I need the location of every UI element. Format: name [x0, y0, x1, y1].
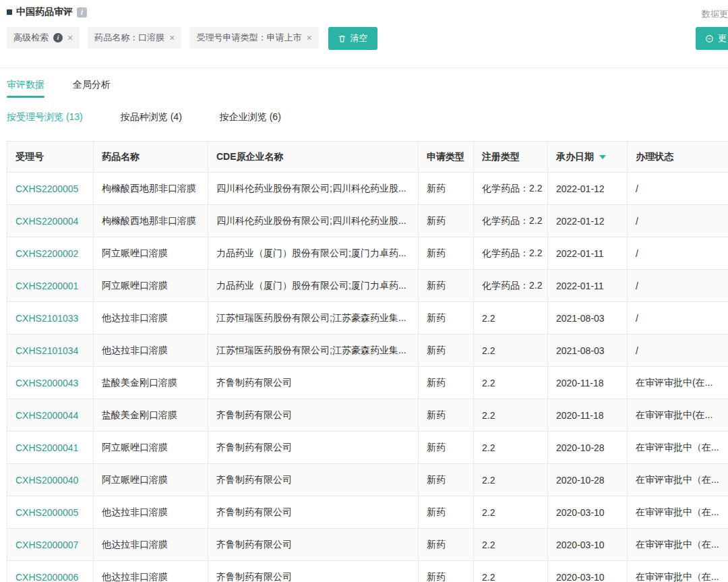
filter-tag: 高级检索i× [7, 27, 80, 49]
table-row: CXHS2200004枸橼酸西地那非口溶膜四川科伦药业股份有限公司;四川科伦药业… [7, 205, 728, 237]
acceptance-number-link[interactable]: CXHS2200001 [7, 270, 94, 302]
cell-drug-name: 他达拉非口溶膜 [94, 496, 208, 529]
cell-undertake-date: 2020-10-28 [548, 432, 628, 464]
cell-undertake-date: 2022-01-12 [548, 173, 628, 205]
acceptance-number-link[interactable]: CXHS2101034 [7, 334, 94, 367]
cell-registration-type: 化学药品：2.2 [474, 173, 548, 205]
column-header-label: 申请类型 [427, 151, 464, 162]
cell-drug-name: 盐酸美金刚口溶膜 [94, 399, 208, 432]
cell-registration-type: 2.2 [474, 561, 548, 582]
subtab-by-company[interactable]: 按企业浏览 (6) [220, 111, 281, 123]
cell-application-type: 新药 [419, 205, 474, 237]
data-update-text: 数据更 [702, 8, 728, 20]
cell-application-type: 新药 [419, 367, 474, 399]
acceptance-number-link[interactable]: CXHS2200002 [7, 237, 94, 270]
column-header-drug-name[interactable]: 药品名称 [94, 142, 208, 173]
cell-handling-status: 在审评审批中（在... [628, 432, 728, 464]
cell-drug-name: 阿立哌唑口溶膜 [94, 237, 208, 270]
filter-tags: 高级检索i×药品名称：口溶膜×受理号申请类型：申请上市× [7, 27, 319, 49]
cell-undertake-date: 2021-08-03 [548, 302, 628, 334]
filter-tag: 受理号申请类型：申请上市× [189, 27, 318, 49]
cell-registration-type: 2.2 [474, 529, 548, 561]
acceptance-number-link[interactable]: CXHS2200004 [7, 205, 94, 237]
view-subtabs: 按受理号浏览 (13)按品种浏览 (4)按企业浏览 (6) [0, 98, 728, 123]
clear-filters-button[interactable]: 清空 [328, 27, 377, 50]
cell-undertake-date: 2020-10-28 [548, 464, 628, 496]
cell-undertake-date: 2020-03-10 [548, 561, 628, 582]
table-row: CXHS2200005枸橼酸西地那非口溶膜四川科伦药业股份有限公司;四川科伦药业… [7, 173, 728, 205]
tab-global-analysis[interactable]: 全局分析 [73, 79, 111, 98]
cell-registration-type: 化学药品：2.2 [474, 237, 548, 270]
cell-cde-company-name: 江苏恒瑞医药股份有限公司;江苏豪森药业集... [208, 334, 419, 367]
table-row: CXHS2000041阿立哌唑口溶膜齐鲁制药有限公司新药2.22020-10-2… [7, 432, 728, 464]
acceptance-number-link[interactable]: CXHS2101033 [7, 302, 94, 334]
acceptance-number-link[interactable]: CXHS2000007 [7, 529, 94, 561]
column-header-registration-type[interactable]: 注册类型 [474, 142, 548, 173]
results-table: 受理号药品名称CDE原企业名称申请类型注册类型承办日期办理状态 CXHS2200… [7, 141, 728, 582]
cell-handling-status: / [628, 237, 728, 270]
acceptance-number-link[interactable]: CXHS2000044 [7, 399, 94, 432]
cell-registration-type: 化学药品：2.2 [474, 270, 548, 302]
cell-application-type: 新药 [419, 432, 474, 464]
cell-cde-company-name: 齐鲁制药有限公司 [208, 399, 419, 432]
close-icon[interactable]: × [67, 33, 73, 42]
cell-undertake-date: 2022-01-11 [548, 237, 628, 270]
tab-label: 审评数据 [7, 79, 44, 90]
subtab-by-acceptance-number[interactable]: 按受理号浏览 (13) [7, 111, 83, 123]
cell-handling-status: 在审评审批中(在... [628, 367, 728, 399]
cell-application-type: 新药 [419, 496, 474, 529]
cell-cde-company-name: 齐鲁制药有限公司 [208, 432, 419, 464]
acceptance-number-link[interactable]: CXHS2000006 [7, 561, 94, 582]
info-icon[interactable]: i [53, 33, 63, 42]
column-header-application-type[interactable]: 申请类型 [419, 142, 474, 173]
cell-application-type: 新药 [419, 334, 474, 367]
acceptance-number-link[interactable]: CXHS2200005 [7, 173, 94, 205]
column-header-undertake-date[interactable]: 承办日期 [548, 142, 628, 173]
cell-undertake-date: 2022-01-12 [548, 205, 628, 237]
cell-drug-name: 他达拉非口溶膜 [94, 529, 208, 561]
cell-drug-name: 阿立哌唑口溶膜 [94, 432, 208, 464]
cell-cde-company-name: 力品药业（厦门）股份有限公司;厦门力卓药... [208, 237, 419, 270]
title-info-icon[interactable]: i [77, 7, 87, 18]
column-header-acceptance-no[interactable]: 受理号 [7, 142, 94, 173]
tab-underline [7, 96, 44, 98]
acceptance-number-link[interactable]: CXHS2000005 [7, 496, 94, 529]
close-icon[interactable]: × [169, 33, 175, 42]
trash-icon [338, 34, 346, 43]
cell-registration-type: 2.2 [474, 367, 548, 399]
subtab-by-variety[interactable]: 按品种浏览 (4) [121, 111, 182, 123]
more-button[interactable]: 更 [696, 27, 728, 50]
main-tabs: 审评数据全局分析 [0, 68, 728, 98]
table-row: CXHS2101034他达拉非口溶膜江苏恒瑞医药股份有限公司;江苏豪森药业集..… [7, 334, 728, 367]
cell-handling-status: / [628, 205, 728, 237]
acceptance-number-link[interactable]: CXHS2000041 [7, 432, 94, 464]
cell-cde-company-name: 四川科伦药业股份有限公司;四川科伦药业股... [208, 205, 419, 237]
acceptance-number-link[interactable]: CXHS2000040 [7, 464, 94, 496]
sort-caret-icon[interactable] [599, 155, 606, 159]
cell-cde-company-name: 齐鲁制药有限公司 [208, 561, 419, 582]
cell-drug-name: 阿立哌唑口溶膜 [94, 270, 208, 302]
cell-application-type: 新药 [419, 270, 474, 302]
cell-handling-status: 在审评审批中（在... [628, 529, 728, 561]
cell-application-type: 新药 [419, 399, 474, 432]
tab-review-data[interactable]: 审评数据 [7, 79, 44, 98]
filter-tag-label: 受理号申请类型：申请上市 [196, 32, 301, 44]
close-icon[interactable]: × [306, 33, 311, 42]
cell-drug-name: 枸橼酸西地那非口溶膜 [94, 173, 208, 205]
cell-application-type: 新药 [419, 173, 474, 205]
cell-cde-company-name: 齐鲁制药有限公司 [208, 496, 419, 529]
cell-handling-status: 在审评审批中（在... [628, 561, 728, 582]
column-header-handling-status[interactable]: 办理状态 [628, 142, 728, 173]
table-row: CXHS2000006他达拉非口溶膜齐鲁制药有限公司新药2.22020-03-1… [7, 561, 728, 582]
clear-button-label: 清空 [351, 32, 368, 45]
acceptance-number-link[interactable]: CXHS2000043 [7, 367, 94, 399]
column-header-label: 受理号 [16, 151, 44, 162]
filter-bar: 高级检索i×药品名称：口溶膜×受理号申请类型：申请上市× 清空 更 [0, 24, 728, 47]
table-row: CXHS2000005他达拉非口溶膜齐鲁制药有限公司新药2.22020-03-1… [7, 496, 728, 529]
cell-registration-type: 2.2 [474, 334, 548, 367]
cell-application-type: 新药 [419, 237, 474, 270]
column-header-cde-company-name[interactable]: CDE原企业名称 [208, 142, 419, 173]
cell-handling-status: 在审评审批中（在... [628, 464, 728, 496]
cell-registration-type: 2.2 [474, 496, 548, 529]
table-row: CXHS2000044盐酸美金刚口溶膜齐鲁制药有限公司新药2.22020-11-… [7, 399, 728, 432]
